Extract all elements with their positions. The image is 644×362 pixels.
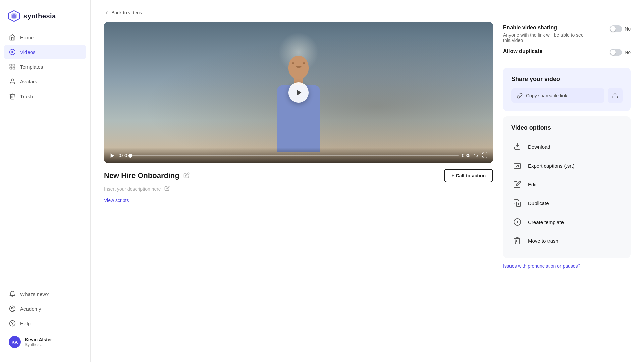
edit-title-icon	[183, 172, 190, 178]
brand-name: synthesia	[23, 12, 56, 20]
current-time: 0:00	[119, 153, 127, 158]
speed-control[interactable]: 1x	[474, 153, 478, 158]
sidebar-item-trash[interactable]: Trash	[4, 89, 86, 103]
option-duplicate[interactable]: Duplicate	[511, 194, 623, 213]
sidebar-item-avatars-label: Avatars	[20, 79, 37, 84]
sharing-settings: Enable video sharing Anyone with the lin…	[503, 22, 631, 68]
sidebar-item-help[interactable]: Help	[4, 316, 86, 330]
duration: 0:35	[462, 153, 470, 158]
share-export-button[interactable]	[608, 88, 623, 103]
link-icon	[517, 93, 523, 99]
synthesia-logo-icon	[8, 10, 20, 22]
fullscreen-icon	[482, 152, 488, 158]
sidebar-item-trash-label: Trash	[20, 94, 33, 99]
svg-marker-14	[297, 90, 302, 96]
option-move-to-trash[interactable]: Move to trash	[511, 231, 623, 250]
option-export-captions[interactable]: Export captions (.srt)	[511, 156, 623, 175]
content-layout: 0:00 0:35 1x New Hire Onboardi	[104, 22, 631, 269]
copy-link-button[interactable]: Copy shareable link	[511, 88, 604, 103]
svg-rect-6	[13, 64, 15, 66]
play-icon	[296, 89, 303, 96]
video-title: New Hire Onboarding	[104, 171, 179, 180]
play-button[interactable]	[288, 82, 309, 103]
export-icon	[612, 93, 618, 99]
allow-duplicate-row: Allow duplicate No	[503, 48, 631, 56]
svg-rect-7	[10, 67, 12, 69]
user-company: Synthesia	[25, 342, 52, 347]
option-edit-label: Edit	[528, 182, 537, 187]
view-scripts-link[interactable]: View scripts	[104, 198, 129, 203]
avatar: KA	[9, 336, 21, 348]
sidebar-item-templates-label: Templates	[20, 64, 43, 70]
sidebar-item-academy-label: Academy	[20, 306, 41, 312]
video-player: 0:00 0:35 1x	[104, 22, 493, 163]
option-download-label: Download	[528, 144, 550, 150]
description-text: Insert your description here	[104, 186, 161, 192]
enable-sharing-toggle[interactable]	[610, 25, 622, 32]
svg-rect-5	[10, 64, 12, 66]
copy-link-label: Copy shareable link	[526, 93, 567, 98]
svg-marker-15	[111, 153, 114, 158]
templates-icon	[9, 63, 16, 70]
download-icon	[511, 141, 523, 153]
enable-sharing-toggle-row: No	[610, 25, 631, 32]
sidebar-item-videos-label: Videos	[20, 49, 36, 55]
option-move-to-trash-label: Move to trash	[528, 238, 558, 244]
option-download[interactable]: Download	[511, 137, 623, 156]
allow-duplicate-label: Allow duplicate	[503, 48, 542, 54]
sidebar-item-home-label: Home	[20, 35, 34, 40]
trash-icon	[9, 93, 16, 100]
progress-bar[interactable]	[130, 155, 459, 156]
nav-list: Home Videos Templates	[0, 30, 90, 283]
person-head	[288, 56, 309, 79]
enable-sharing-desc: Anyone with the link will be able to see…	[503, 32, 590, 43]
video-title-row: New Hire Onboarding + Call-to-action	[104, 169, 493, 182]
back-button[interactable]: Back to videos	[104, 10, 142, 15]
user-name: Kevin Alster	[25, 337, 52, 342]
sidebar-item-home[interactable]: Home	[4, 30, 86, 44]
user-profile[interactable]: KA Kevin Alster Synthesia	[4, 333, 86, 351]
options-title: Video options	[511, 124, 623, 131]
share-card-title: Share your video	[511, 76, 623, 83]
svg-point-9	[11, 79, 14, 81]
edit-description-button[interactable]	[164, 185, 170, 193]
edit-description-icon	[164, 186, 170, 191]
video-section: 0:00 0:35 1x New Hire Onboardi	[104, 22, 493, 269]
play-control-icon	[109, 153, 115, 159]
option-export-captions-label: Export captions (.srt)	[528, 163, 574, 169]
option-duplicate-label: Duplicate	[528, 200, 549, 206]
avatars-icon	[9, 78, 16, 85]
share-card: Share your video Copy shareable link	[503, 68, 631, 111]
videos-icon	[9, 48, 16, 56]
sidebar: synthesia Home Videos	[0, 0, 91, 362]
chevron-left-icon	[104, 10, 109, 15]
play-control-button[interactable]	[109, 153, 115, 159]
issues-link[interactable]: Issues with pronunciation or pauses?	[503, 263, 631, 269]
edit-option-icon	[511, 178, 523, 190]
sidebar-item-help-label: Help	[20, 321, 31, 326]
option-create-template[interactable]: Create template	[511, 213, 623, 231]
fullscreen-button[interactable]	[482, 152, 488, 159]
back-label: Back to videos	[111, 10, 142, 15]
option-edit[interactable]: Edit	[511, 175, 623, 194]
allow-duplicate-toggle[interactable]	[610, 49, 622, 56]
video-options-card: Video options Download	[503, 116, 631, 258]
right-panel: Enable video sharing Anyone with the lin…	[503, 22, 631, 269]
progress-dot	[128, 154, 132, 158]
enable-sharing-value: No	[625, 26, 631, 32]
enable-sharing-row: Enable video sharing Anyone with the lin…	[503, 25, 631, 43]
allow-duplicate-value: No	[625, 50, 631, 55]
sidebar-item-templates[interactable]: Templates	[4, 60, 86, 74]
svg-rect-8	[13, 67, 15, 69]
sidebar-item-avatars[interactable]: Avatars	[4, 74, 86, 88]
sidebar-item-whats-new[interactable]: What's new?	[4, 287, 86, 301]
help-icon	[9, 320, 16, 327]
share-link-row: Copy shareable link	[511, 88, 623, 103]
sidebar-item-academy[interactable]: Academy	[4, 302, 86, 316]
edit-title-button[interactable]	[183, 172, 190, 180]
svg-marker-4	[12, 51, 13, 53]
sidebar-item-videos[interactable]: Videos	[4, 45, 86, 59]
video-controls: 0:00 0:35 1x	[104, 148, 493, 163]
allow-duplicate-toggle-row: No	[610, 48, 631, 56]
cta-button[interactable]: + Call-to-action	[444, 169, 493, 182]
